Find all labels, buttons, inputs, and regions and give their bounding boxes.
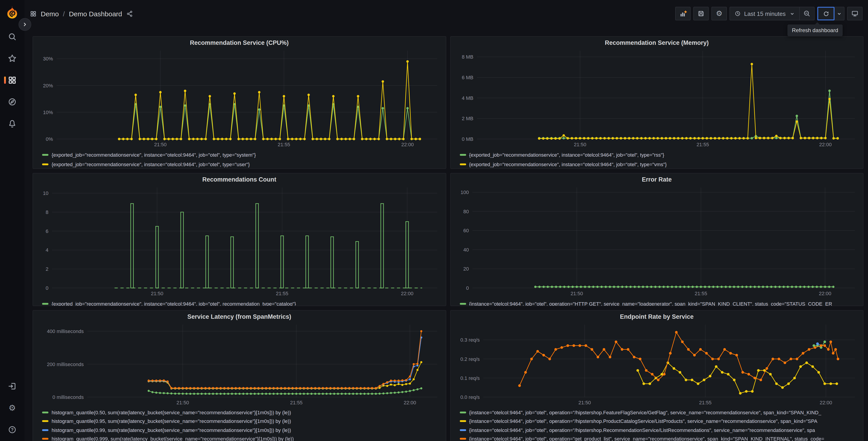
svg-text:400 milliseconds: 400 milliseconds xyxy=(47,328,84,334)
clock-icon xyxy=(735,10,741,17)
svg-text:0.2 req/s: 0.2 req/s xyxy=(460,356,479,362)
svg-text:0%: 0% xyxy=(46,136,53,142)
bar-chart[interactable]: 024681021:5021:5522:00 xyxy=(37,184,443,298)
breadcrumb-folder[interactable]: Demo xyxy=(41,10,59,18)
legend-item[interactable]: {instance="otelcol:9464", job="otel", op… xyxy=(460,299,859,306)
legend-item[interactable]: {instance="otelcol:9464", job="otel", op… xyxy=(460,417,859,425)
share-dashboard-button[interactable] xyxy=(126,10,133,17)
breadcrumb-dashboard-title[interactable]: Demo Dashboard xyxy=(69,10,122,18)
sidebar-expand-button[interactable] xyxy=(19,18,31,31)
svg-text:?: ? xyxy=(11,427,13,432)
sidebar-item-help[interactable]: ? xyxy=(0,423,25,437)
legend-swatch xyxy=(460,429,466,431)
help-icon: ? xyxy=(8,425,17,434)
add-panel-button[interactable] xyxy=(675,7,691,20)
refresh-dashboard-button[interactable] xyxy=(817,7,835,20)
refresh-button-group xyxy=(817,7,844,20)
svg-text:21:55: 21:55 xyxy=(696,142,709,147)
svg-text:4 MB: 4 MB xyxy=(462,95,473,101)
svg-text:0.0 req/s: 0.0 req/s xyxy=(460,394,479,400)
explore-compass-icon xyxy=(8,97,17,107)
sidebar: ⚙ ? xyxy=(0,0,25,441)
svg-text:0: 0 xyxy=(466,285,469,291)
panel-title[interactable]: Error Rate xyxy=(454,176,859,183)
sidebar-item-sign-in[interactable] xyxy=(0,379,25,393)
sidebar-item-dashboards[interactable] xyxy=(0,74,25,87)
legend-swatch xyxy=(460,412,466,413)
dashboard-settings-button[interactable]: ⚙ xyxy=(711,7,727,20)
svg-text:8 MB: 8 MB xyxy=(462,54,473,60)
legend-swatch xyxy=(460,154,466,155)
panel-legend: {instance="otelcol:9464", job="otel", op… xyxy=(454,407,859,441)
svg-text:40: 40 xyxy=(463,247,469,253)
legend-item[interactable]: {exported_job="recommendationservice", i… xyxy=(460,150,859,159)
panel-title[interactable]: Recommendations Count xyxy=(37,176,442,183)
breadcrumb: Demo / Demo Dashboard xyxy=(30,10,133,18)
svg-text:21:55: 21:55 xyxy=(276,291,288,296)
svg-text:21:50: 21:50 xyxy=(570,291,583,296)
time-series-chart[interactable]: 0.0 req/s0.1 req/s0.2 req/s0.3 req/s21:5… xyxy=(454,321,860,407)
svg-text:21:55: 21:55 xyxy=(278,142,290,147)
grafana-app: ⚙ ? Demo / Demo Dashboard ⚙ xyxy=(0,0,868,441)
svg-text:80: 80 xyxy=(463,209,469,214)
panel-recommendations-count: Recommendations Count 024681021:5021:552… xyxy=(33,173,446,306)
refresh-icon xyxy=(823,10,829,17)
legend-swatch xyxy=(460,420,466,422)
time-range-label: Last 15 minutes xyxy=(744,10,786,17)
time-range-picker[interactable]: Last 15 minutes xyxy=(730,7,799,20)
legend-item[interactable]: histogram_quantile(0.99, sum(rate(latenc… xyxy=(42,425,442,435)
chevron-down-icon xyxy=(837,11,841,16)
time-series-chart[interactable]: 0 MB2 MB4 MB6 MB8 MB21:5021:5522:00 xyxy=(454,47,860,149)
time-series-chart[interactable]: 0%10%20%30%21:5021:5522:00 xyxy=(37,47,443,149)
legend-label: histogram_quantile(0.99, sum(rate(latenc… xyxy=(52,428,291,433)
legend-item[interactable]: histogram_quantile(0.999, sum(rate(laten… xyxy=(42,435,442,441)
legend-swatch xyxy=(42,303,49,304)
panel-title[interactable]: Recommendation Service (CPU%) xyxy=(37,39,442,46)
legend-swatch xyxy=(460,303,466,304)
legend-label: {exported_job="recommendationservice", i… xyxy=(469,161,666,167)
legend-item[interactable]: histogram_quantile(0.95, sum(rate(latenc… xyxy=(42,417,442,425)
svg-text:30%: 30% xyxy=(43,56,53,62)
share-icon xyxy=(126,10,133,17)
svg-text:20: 20 xyxy=(463,266,469,272)
panel-title[interactable]: Service Latency (from SpanMetrics) xyxy=(37,313,442,320)
refresh-interval-dropdown[interactable] xyxy=(834,7,844,20)
legend-item[interactable]: {exported_job="recommendationservice", i… xyxy=(42,150,442,159)
legend-item[interactable]: {instance="otelcol:9464", job="otel", op… xyxy=(460,425,859,435)
legend-swatch xyxy=(42,429,49,431)
panel-title[interactable]: Recommendation Service (Memory) xyxy=(454,39,859,46)
legend-item[interactable]: {exported_job="recommendationservice", i… xyxy=(42,159,442,169)
panel-legend: {exported_job="recommendationservice", i… xyxy=(454,149,859,169)
legend-item[interactable]: {exported_job="recommendationservice", i… xyxy=(460,159,859,169)
panel-title[interactable]: Endpoint Rate by Service xyxy=(454,313,859,320)
sidebar-item-starred[interactable] xyxy=(0,52,25,65)
legend-item[interactable]: {instance="otelcol:9464", job="otel", op… xyxy=(460,408,859,417)
sidebar-item-settings[interactable]: ⚙ xyxy=(0,401,25,415)
kiosk-mode-icon xyxy=(851,10,859,17)
svg-text:10: 10 xyxy=(43,190,49,196)
svg-text:20%: 20% xyxy=(43,83,53,89)
kiosk-mode-button[interactable] xyxy=(847,7,863,20)
legend-item[interactable]: {exported_job="recommendationservice", i… xyxy=(42,299,442,306)
svg-text:21:50: 21:50 xyxy=(574,142,586,147)
svg-text:200 milliseconds: 200 milliseconds xyxy=(47,361,84,367)
grafana-logo[interactable] xyxy=(4,4,20,20)
time-series-chart[interactable]: 02040608010021:5021:5522:00 xyxy=(454,184,860,298)
time-series-chart[interactable]: 0 milliseconds200 milliseconds400 millis… xyxy=(37,321,443,407)
time-picker-group: Last 15 minutes xyxy=(730,7,815,20)
svg-text:22:00: 22:00 xyxy=(401,291,413,296)
svg-text:2 MB: 2 MB xyxy=(462,116,473,121)
chevron-right-icon xyxy=(22,22,28,27)
legend-item[interactable]: {instance="otelcol:9464", job="otel", op… xyxy=(460,435,859,441)
sidebar-item-search[interactable] xyxy=(0,30,25,43)
legend-item[interactable]: histogram_quantile(0.50, sum(rate(latenc… xyxy=(42,408,442,417)
sidebar-item-explore[interactable] xyxy=(0,95,25,109)
save-dashboard-button[interactable] xyxy=(693,7,709,20)
svg-text:2: 2 xyxy=(46,266,49,272)
svg-text:0.3 req/s: 0.3 req/s xyxy=(460,337,479,343)
zoom-out-time-range-button[interactable] xyxy=(799,7,814,20)
svg-text:0 milliseconds: 0 milliseconds xyxy=(53,394,84,400)
alerting-bell-icon xyxy=(8,119,17,128)
legend-swatch xyxy=(42,163,49,165)
sidebar-item-alerting[interactable] xyxy=(0,117,25,130)
